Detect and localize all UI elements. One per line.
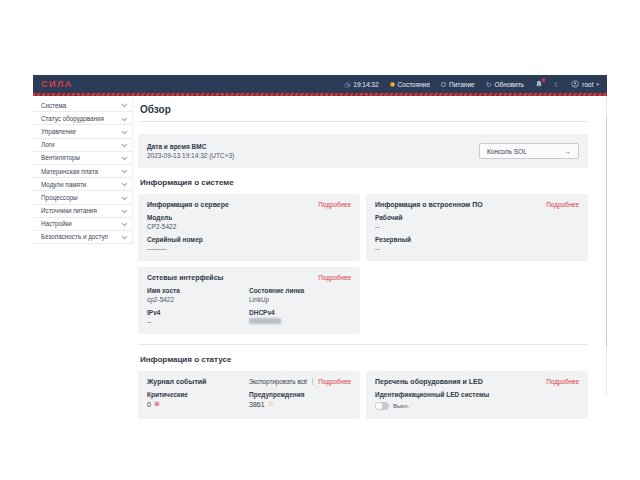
user-icon [571, 80, 579, 88]
brand-logo[interactable]: СИЛА [41, 79, 73, 89]
main-content: Обзор Дата и время BMC 2023-09-13 19:14:… [133, 96, 607, 429]
power-icon [441, 82, 446, 87]
model-value: CP2-5422 [147, 223, 351, 230]
chevron-down-icon [121, 181, 126, 186]
user-menu[interactable]: root ▾ [571, 80, 599, 88]
toggle-knob [376, 403, 382, 409]
scrollbar-thumb[interactable] [606, 116, 608, 346]
chevron-down-icon [121, 221, 126, 226]
clock-icon: ◷ [344, 81, 350, 88]
dhcpv4-value-redacted [249, 318, 281, 324]
firmware-card-title: Информация о встроенном ПО [375, 201, 483, 208]
identify-led-toggle[interactable] [375, 402, 389, 410]
critical-label: Критические [147, 391, 249, 398]
sidebar-item-settings[interactable]: Настройки [33, 218, 132, 231]
link-separator [312, 378, 313, 385]
bmc-datetime-banner: Дата и время BMC 2023-09-13 19:14:32 (UT… [138, 134, 588, 168]
firmware-more-link[interactable]: Подробнее [546, 201, 579, 208]
hostname-value: cp2-5422 [147, 296, 249, 303]
chevron-down-icon [121, 141, 126, 146]
title-divider [138, 121, 588, 122]
datetime-value: 2023-09-13 19:14:32 (UTC+3) [147, 152, 234, 159]
chevron-down-icon [121, 115, 126, 120]
ipv4-label: IPv4 [147, 309, 249, 316]
refresh-label: Обновить [495, 81, 524, 88]
status-warning-icon [390, 82, 395, 87]
firmware-backup-value: -- [375, 245, 579, 252]
identify-led-label: Идентификационный LED системы [375, 391, 579, 398]
sidebar-item-management[interactable]: Управление [33, 125, 132, 138]
critical-count: 0 [147, 401, 151, 408]
serial-value: --------- [147, 245, 351, 252]
power-label: Питание [449, 81, 475, 88]
firmware-info-card: Информация о встроенном ПО Подробнее Раб… [366, 194, 588, 261]
sidebar-nav: Система Статус оборудования Управление Л… [33, 96, 133, 244]
sidebar-item-security[interactable]: Безопасность и доступ [33, 231, 132, 244]
inventory-led-title: Перечень оборудования и LED [375, 378, 483, 385]
notifications-button[interactable] [535, 80, 543, 88]
status-section-title: Информация о статусе [140, 355, 588, 364]
sidebar-item-memory[interactable]: Модули памяти [33, 178, 132, 191]
user-name: root [582, 81, 593, 88]
chevron-down-icon [121, 207, 126, 212]
network-card-title: Сетевые интерфейсы [147, 274, 224, 281]
inventory-more-link[interactable]: Подробнее [546, 378, 579, 385]
network-interfaces-card: Сетевые интерфейсы Подробнее Имя хоста c… [138, 267, 360, 334]
sidebar-item-processors[interactable]: Процессоры [33, 191, 132, 204]
chevron-down-icon [121, 102, 126, 107]
warning-icon: ⚠ [268, 400, 274, 408]
server-card-title: Информация о сервере [147, 201, 229, 208]
model-label: Модель [147, 214, 351, 221]
refresh-button[interactable]: ↻ Обновить [486, 81, 524, 88]
caret-down-icon: ▾ [596, 81, 599, 87]
moon-icon: ☾ [554, 81, 560, 88]
section-divider [138, 344, 588, 345]
bmc-time-value: 19:14:32 [353, 81, 378, 88]
system-section-title: Информация о системе [140, 178, 588, 187]
dhcpv4-label: DHCPv4 [249, 309, 351, 316]
bmc-time: ◷ 19:14:32 [344, 81, 378, 88]
event-log-title: Журнал событий [147, 378, 206, 385]
server-more-link[interactable]: Подробнее [318, 201, 351, 208]
datetime-label: Дата и время BMC [147, 143, 234, 150]
refresh-icon: ↻ [486, 81, 492, 88]
warnings-count: 3861 [249, 401, 265, 408]
hostname-label: Имя хоста [147, 287, 249, 294]
firmware-backup-label: Резервный [375, 236, 579, 243]
chevron-down-icon [121, 234, 126, 239]
chevron-down-icon [121, 194, 126, 199]
bmc-web-ui: СИЛА ◷ 19:14:32 Состояние Питание ↻ Обно… [33, 75, 607, 429]
ipv4-value: -- [147, 318, 249, 325]
sidebar-item-logs[interactable]: Логи [33, 139, 132, 152]
link-status-value: LinkUp [249, 296, 351, 303]
power-menu[interactable]: Питание [441, 81, 475, 88]
network-more-link[interactable]: Подробнее [318, 274, 351, 281]
firmware-active-label: Рабочий [375, 214, 579, 221]
sidebar-item-hardware-status[interactable]: Статус оборудования [33, 112, 132, 125]
sidebar-item-power-supplies[interactable]: Источники питания [33, 205, 132, 218]
health-status-menu[interactable]: Состояние [390, 81, 430, 88]
chevron-down-icon [121, 155, 126, 160]
top-navbar: СИЛА ◷ 19:14:32 Состояние Питание ↻ Обно… [33, 75, 607, 93]
server-info-card: Информация о сервере Подробнее Модель CP… [138, 194, 360, 261]
chevron-down-icon [121, 128, 126, 133]
critical-icon: ⊗ [154, 400, 160, 408]
sidebar-item-motherboard[interactable]: Материнская плата [33, 165, 132, 178]
page-title: Обзор [140, 104, 588, 115]
firmware-active-value: -- [375, 223, 579, 230]
chevron-down-icon [121, 168, 126, 173]
export-all-link[interactable]: Экспортировать всё [249, 378, 308, 385]
inventory-led-card: Перечень оборудования и LED Подробнее Ид… [366, 371, 588, 419]
event-log-card: Журнал событий Экспортировать всё Подроб… [138, 371, 360, 419]
theme-toggle[interactable]: ☾ [554, 81, 560, 88]
identify-led-state: Выкл. [393, 403, 409, 409]
sol-console-button[interactable]: Консоль SOL → [479, 143, 579, 159]
sidebar-item-system[interactable]: Система [33, 99, 132, 112]
scrollbar[interactable] [606, 96, 608, 396]
warnings-label: Предупреждения [249, 391, 351, 398]
events-more-link[interactable]: Подробнее [318, 378, 351, 385]
serial-label: Серийный номер [147, 236, 351, 243]
sidebar-item-fans[interactable]: Вентиляторы [33, 152, 132, 165]
arrow-right-icon: → [564, 148, 571, 155]
notification-badge [542, 78, 546, 82]
